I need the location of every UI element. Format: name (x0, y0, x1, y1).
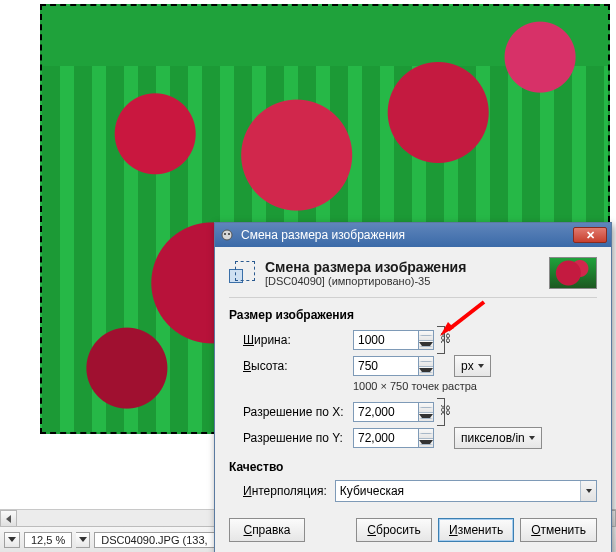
zoom-dropdown-right[interactable] (76, 532, 90, 548)
resolution-x-spinner[interactable] (419, 402, 434, 422)
image-thumbnail (549, 257, 597, 289)
height-spinner[interactable] (419, 356, 434, 376)
link-chain-icon[interactable]: ⛓ (440, 332, 451, 344)
interpolation-label: Интерполяция: (243, 484, 327, 498)
titlebar[interactable]: Смена размера изображения ✕ (215, 223, 611, 247)
section-quality-title: Качество (229, 460, 597, 474)
resize-button[interactable]: Изменить (438, 518, 514, 542)
scale-image-dialog: Смена размера изображения ✕ Смена размер… (214, 222, 612, 552)
height-input[interactable]: 750 (353, 356, 419, 376)
scroll-left-button[interactable] (0, 510, 17, 527)
width-input[interactable]: 1000 (353, 330, 419, 350)
svg-point-2 (228, 233, 230, 235)
help-button[interactable]: Справка (229, 518, 305, 542)
size-unit-dropdown[interactable]: px (454, 355, 491, 377)
zoom-dropdown-left[interactable] (4, 532, 20, 548)
resolution-y-input[interactable]: 72,000 (353, 428, 419, 448)
width-spinner[interactable] (419, 330, 434, 350)
svg-point-1 (224, 233, 226, 235)
height-label: Высота: (243, 359, 353, 373)
reset-button[interactable]: Сбросить (356, 518, 432, 542)
zoom-value[interactable]: 12,5 % (24, 532, 72, 548)
window-title: Смена размера изображения (241, 228, 573, 242)
scale-icon (229, 259, 257, 287)
interpolation-combo[interactable]: Кубическая (335, 480, 597, 502)
svg-point-0 (222, 230, 232, 240)
resolution-x-label: Разрешение по X: (243, 405, 353, 419)
resolution-x-input[interactable]: 72,000 (353, 402, 419, 422)
resolution-y-spinner[interactable] (419, 428, 434, 448)
dialog-subheading: [DSC04090] (импортировано)-35 (265, 275, 541, 287)
section-size-title: Размер изображения (229, 308, 597, 322)
close-button[interactable]: ✕ (573, 227, 607, 243)
width-label: Ширина: (243, 333, 353, 347)
cancel-button[interactable]: Отменить (520, 518, 597, 542)
resolution-unit-dropdown[interactable]: пикселов/in (454, 427, 542, 449)
resolution-y-label: Разрешение по Y: (243, 431, 353, 445)
dialog-heading: Смена размера изображения (265, 259, 541, 275)
app-icon (219, 227, 235, 243)
raster-description: 1000 × 750 точек растра (353, 380, 597, 392)
resolution-link-chain-icon[interactable]: ⛓ (440, 404, 451, 416)
dialog-header: Смена размера изображения [DSC04090] (им… (229, 257, 597, 298)
chevron-down-icon[interactable] (580, 481, 596, 501)
